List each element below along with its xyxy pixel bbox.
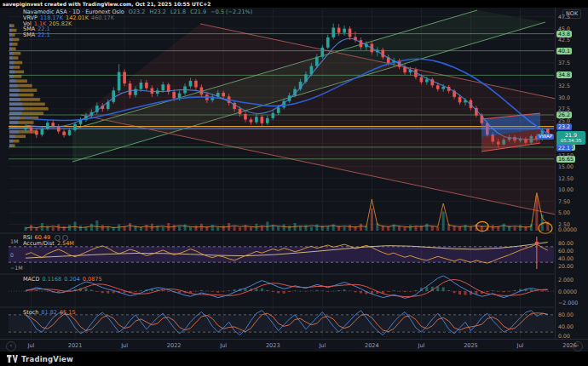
- pane-legend-macd[interactable]: MACD0.11680.2040.0875: [23, 276, 105, 283]
- ad-left-tick-label: 1M: [10, 238, 18, 244]
- ohlc-change: −0.5 (−2.21%): [210, 9, 252, 15]
- price-tick-label: 47.5: [558, 14, 570, 20]
- caption-text: savepiginvest created with TradingView.c…: [3, 1, 211, 7]
- tradingview-screenshot: savepiginvest created with TradingView.c…: [0, 0, 588, 366]
- time-tick-label: Jul: [418, 342, 424, 349]
- badge-green-label: 16.65: [556, 156, 575, 163]
- ad-left-tick-label: −1M: [10, 265, 23, 271]
- tradingview-logo[interactable]: TradingView: [7, 354, 73, 363]
- legend-value: 65.15: [60, 309, 76, 316]
- badge-green-label: 40.1: [556, 48, 572, 54]
- legend-value: 0.1168: [42, 276, 61, 283]
- price-tick-label: 32.5: [558, 83, 570, 89]
- time-tick-label: 2022: [167, 342, 182, 349]
- last-price-badge: 21.9 05:34:35: [556, 131, 585, 145]
- timeline-back-icon[interactable]: ‹: [6, 341, 16, 352]
- legend-value: 81.82: [41, 309, 57, 316]
- time-axis[interactable]: ‹ › Jul2021Jul2022Jul2023Jul2024Jul2025J…: [0, 339, 588, 352]
- footer-bar: TradingView: [0, 352, 588, 366]
- legend-value: 2.54M: [57, 240, 74, 247]
- time-tick-label: Jul: [319, 342, 326, 349]
- badge-blue-label: 23.2: [556, 123, 572, 130]
- time-tick-label: Jul: [220, 342, 227, 349]
- price-tick-label: 40.00: [558, 323, 574, 329]
- price-tick-label: 20.00: [558, 263, 574, 269]
- price-tick-label: 7.50: [558, 198, 570, 204]
- legend-label: Stoch: [23, 309, 38, 316]
- rsi-pane: [9, 237, 554, 269]
- ohlc-close: C21.9: [190, 9, 206, 15]
- legend-label: Accum/Dist: [23, 240, 55, 247]
- time-tick-label: 2023: [266, 342, 280, 349]
- vwap-axis-tag: VWAP: [537, 134, 554, 140]
- time-tick-label: Jul: [517, 342, 524, 349]
- price-tick-label: 5.00: [558, 209, 570, 215]
- time-tick-label: 2025: [464, 342, 478, 349]
- accum-dist-spiky-line: [26, 193, 548, 229]
- price-tick-label: 30.0: [558, 94, 570, 100]
- badge-green-label: 43.8: [556, 31, 572, 37]
- last-price-value: 21.9: [556, 132, 585, 138]
- pane-legend-stoch[interactable]: Stoch81.8265.15: [23, 309, 78, 316]
- chart-svg[interactable]: [0, 0, 588, 366]
- ohlc-high: H23.2: [150, 9, 166, 15]
- ohlc-open: O23.2: [129, 9, 146, 15]
- price-tick-label: 2.000: [558, 277, 574, 283]
- price-axis[interactable]: NOK 50.047.545.042.537.532.530.027.525.0…: [555, 8, 588, 339]
- price-tick-label: 0.00: [558, 333, 570, 339]
- price-tick-label: 12.50: [558, 175, 574, 181]
- price-tick-label: 15.00: [558, 163, 574, 169]
- tradingview-logo-icon: [7, 354, 18, 363]
- price-tick-label: 25.0: [558, 117, 570, 123]
- time-tick-label: Jul: [28, 342, 35, 349]
- price-tick-label: 40.00: [558, 255, 574, 261]
- price-tick-label: 42.5: [558, 37, 570, 43]
- price-tick-label: 0.0000: [558, 226, 577, 232]
- badge-green-label: 26.2: [556, 112, 572, 118]
- time-tick-label: 2026: [562, 342, 577, 349]
- stoch-pane: [9, 311, 554, 335]
- legend-value: 460.17K: [91, 14, 114, 21]
- legend-value: 0.204: [64, 276, 80, 283]
- price-tick-label: 60.00: [558, 248, 574, 254]
- tradingview-wordmark: TradingView: [21, 355, 73, 363]
- legend-value: 22.1: [37, 31, 49, 38]
- badge-blue-label: 22.1: [556, 145, 572, 152]
- ohlc-low: L21.8: [170, 9, 186, 15]
- time-tick-label: Jul: [121, 342, 128, 349]
- bar-countdown: 05:34:35: [556, 138, 585, 144]
- price-tick-label: 0.0000: [558, 289, 577, 295]
- chart-canvas[interactable]: [0, 0, 588, 366]
- legend-value: 0.0875: [83, 276, 102, 283]
- price-tick-label: 10.00: [558, 186, 574, 192]
- badge-green-label: 34.8: [556, 71, 572, 78]
- price-tick-label: 80.00: [558, 240, 574, 246]
- time-tick-label: 2021: [68, 342, 83, 349]
- ad-left-tick-label: 0: [10, 252, 14, 258]
- time-tick-label: 2024: [365, 342, 379, 349]
- legend-row-sma[interactable]: SMA22.1: [23, 31, 53, 38]
- legend-label: SMA: [23, 31, 35, 38]
- price-tick-label: 37.5: [558, 60, 570, 66]
- price-tick-label: −2.000: [558, 300, 578, 306]
- price-tick-label: 80.00: [558, 312, 574, 317]
- screenshot-caption-bar: savepiginvest created with TradingView.c…: [0, 0, 588, 8]
- legend-label: MACD: [23, 276, 39, 283]
- pane-legend-accumdist[interactable]: Accum/Dist2.54M: [23, 240, 77, 247]
